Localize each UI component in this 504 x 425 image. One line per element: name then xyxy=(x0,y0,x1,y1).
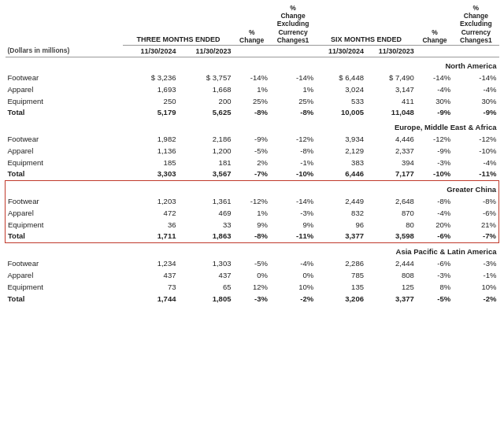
section-header: Asia Pacific & Latin America xyxy=(6,243,499,258)
cell: 11,048 xyxy=(366,107,417,119)
cell: 3,377 xyxy=(366,294,417,305)
section-name: Europe, Middle East & Africa xyxy=(6,119,499,134)
cell: Footwear xyxy=(6,134,124,146)
cell: 5,625 xyxy=(178,107,233,119)
cell: -5% xyxy=(233,146,269,157)
cell: -10% xyxy=(270,168,316,180)
cell: -3% xyxy=(233,294,269,305)
cell: 96 xyxy=(316,220,366,231)
date-header-3: 11/30/2024 xyxy=(316,45,366,57)
cell: 3,567 xyxy=(178,168,233,180)
cell: 10% xyxy=(453,282,498,294)
cell: Total xyxy=(6,107,124,119)
cell: Footwear xyxy=(6,72,124,84)
cell: 125 xyxy=(366,282,417,294)
cell: -12% xyxy=(233,196,269,208)
cell: Apparel xyxy=(6,208,124,220)
cell: -4% xyxy=(453,157,498,169)
cell: 1% xyxy=(233,208,269,220)
cell: 1,982 xyxy=(123,134,178,146)
cell: 12% xyxy=(233,282,269,294)
cell: 1,805 xyxy=(178,294,233,305)
table-container: THREE MONTHS ENDED %Change %ChangeExclud… xyxy=(0,0,504,308)
cell: 3,206 xyxy=(316,294,366,305)
cell: 6,446 xyxy=(316,168,366,180)
cell: 394 xyxy=(366,157,417,169)
cell: 1,863 xyxy=(178,231,233,242)
cell: 469 xyxy=(178,208,233,220)
table-body: North AmericaFootwear$ 3,236$ 3,757-14%-… xyxy=(6,57,499,305)
cell: Apparel xyxy=(6,146,124,157)
cell: 437 xyxy=(123,270,178,282)
cell: 1% xyxy=(233,84,269,96)
cell: 65 xyxy=(178,282,233,294)
cell: -14% xyxy=(270,72,316,84)
cell: 3,024 xyxy=(316,84,366,96)
data-row: Equipment36339%9%968020%21% xyxy=(6,220,499,231)
data-row: Footwear1,2031,361-12%-14%2,4492,648-8%-… xyxy=(6,196,499,208)
cell: 5,179 xyxy=(123,107,178,119)
cell: -1% xyxy=(453,270,498,282)
cell: 2,444 xyxy=(366,258,417,270)
total-row: Total1,7111,863-8%-11%3,3773,598-6%-7% xyxy=(6,231,499,242)
cell: 533 xyxy=(316,96,366,108)
cell: -11% xyxy=(453,168,498,180)
data-row: Footwear1,9822,186-9%-12%3,9344,446-12%-… xyxy=(6,134,499,146)
cell: 200 xyxy=(178,96,233,108)
cell: -12% xyxy=(270,134,316,146)
cell: -12% xyxy=(453,134,498,146)
cell: 3,934 xyxy=(316,134,366,146)
cell: 25% xyxy=(233,96,269,108)
cell: Total xyxy=(6,168,124,180)
cell: -7% xyxy=(233,168,269,180)
total-row: Total3,3033,567-7%-10%6,4467,177-10%-11% xyxy=(6,168,499,180)
cell: 1,693 xyxy=(123,84,178,96)
total-row: Total5,1795,625-8%-8%10,00511,048-9%-9% xyxy=(6,107,499,119)
cell: 73 xyxy=(123,282,178,294)
cell: 1,303 xyxy=(178,258,233,270)
data-row: Apparel4374370%0%785808-3%-1% xyxy=(6,270,499,282)
cell: 30% xyxy=(417,96,453,108)
data-row: Apparel1,6931,6681%1%3,0243,147-4%-4% xyxy=(6,84,499,96)
three-months-header: THREE MONTHS ENDED xyxy=(123,3,233,45)
cell: -7% xyxy=(453,231,498,242)
section-header: North America xyxy=(6,57,499,72)
cell: 21% xyxy=(453,220,498,231)
date-header-2: 11/30/2023 xyxy=(178,45,233,57)
cell: 9% xyxy=(233,220,269,231)
cell: Equipment xyxy=(6,96,124,108)
cell: -10% xyxy=(453,146,498,157)
cell: -14% xyxy=(453,72,498,84)
section-name: Greater China xyxy=(6,181,499,196)
cell: 1,234 xyxy=(123,258,178,270)
cell: 3,377 xyxy=(316,231,366,242)
cell: Equipment xyxy=(6,220,124,231)
cell: -6% xyxy=(453,208,498,220)
excl-currency-header-2: %ChangeExcludingCurrencyChanges1 xyxy=(453,3,498,45)
cell: -8% xyxy=(270,146,316,157)
data-row: Equipment736512%10%1351258%10% xyxy=(6,282,499,294)
cell: 33 xyxy=(178,220,233,231)
cell: -9% xyxy=(417,146,453,157)
cell: 25% xyxy=(270,96,316,108)
data-row: Footwear$ 3,236$ 3,757-14%-14%$ 6,448$ 7… xyxy=(6,72,499,84)
main-header-row: THREE MONTHS ENDED %Change %ChangeExclud… xyxy=(6,3,499,45)
excl-currency-header-1: %ChangeExcludingCurrencyChanges1 xyxy=(270,3,316,45)
cell: 383 xyxy=(316,157,366,169)
cell: 2,337 xyxy=(366,146,417,157)
cell: 9% xyxy=(270,220,316,231)
cell: 2,648 xyxy=(366,196,417,208)
date-header-4: 11/30/2023 xyxy=(366,45,417,57)
date-header-1: 11/30/2024 xyxy=(123,45,178,57)
data-row: Apparel1,1361,200-5%-8%2,1292,337-9%-10% xyxy=(6,146,499,157)
cell: 7,177 xyxy=(366,168,417,180)
cell: Equipment xyxy=(6,157,124,169)
cell: 2,449 xyxy=(316,196,366,208)
cell: -14% xyxy=(270,196,316,208)
cell: Total xyxy=(6,231,124,242)
cell: 3,598 xyxy=(366,231,417,242)
cell: 472 xyxy=(123,208,178,220)
cell: 30% xyxy=(453,96,498,108)
dollars-label: (Dollars in millions) xyxy=(6,45,124,57)
cell: 135 xyxy=(316,282,366,294)
